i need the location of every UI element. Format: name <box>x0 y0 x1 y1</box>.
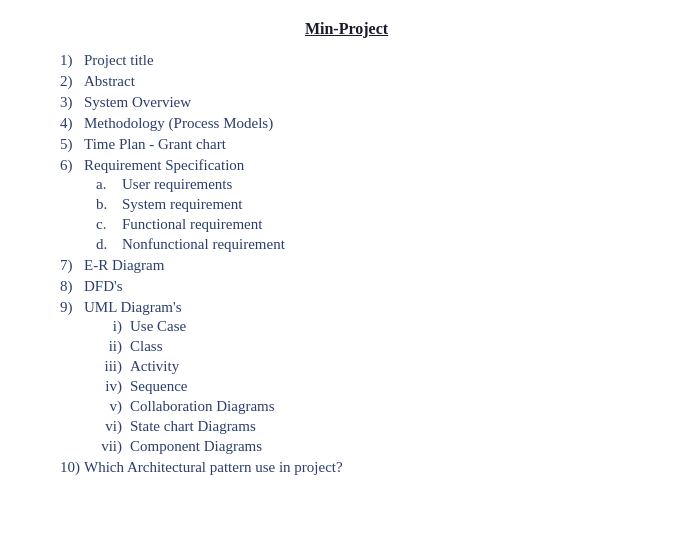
item-number: 2) <box>60 73 84 90</box>
item-text: UML Diagram's <box>84 299 182 315</box>
sub-list-roman: i)Use Caseii)Classiii)Activityiv)Sequenc… <box>60 318 653 455</box>
list-item: 1)Project title <box>60 52 653 69</box>
sub-item-text: Class <box>130 338 163 354</box>
item-text: System Overview <box>84 94 191 110</box>
item-text: Which Architectural pattern use in proje… <box>84 459 343 475</box>
roman-label: i) <box>90 318 122 335</box>
sub-list-item: i)Use Case <box>90 318 653 335</box>
list-item: 6)Requirement Specificationa.User requir… <box>60 157 653 253</box>
list-item: 3)System Overview <box>60 94 653 111</box>
list-item: 7)E-R Diagram <box>60 257 653 274</box>
alpha-label: c. <box>96 216 116 233</box>
item-number: 9) <box>60 299 84 316</box>
sub-item-text: System requirement <box>122 196 242 212</box>
roman-label: iii) <box>90 358 122 375</box>
sub-item-text: Collaboration Diagrams <box>130 398 275 414</box>
sub-list-item: d.Nonfunctional requirement <box>96 236 653 253</box>
sub-list-item: iv)Sequence <box>90 378 653 395</box>
item-text: E-R Diagram <box>84 257 164 273</box>
sub-item-text: Component Diagrams <box>130 438 262 454</box>
sub-item-text: Nonfunctional requirement <box>122 236 285 252</box>
item-number: 10) <box>60 459 84 476</box>
alpha-label: d. <box>96 236 116 253</box>
roman-label: iv) <box>90 378 122 395</box>
sub-item-text: Sequence <box>130 378 187 394</box>
item-text: Time Plan - Grant chart <box>84 136 226 152</box>
sub-list-alpha: a.User requirementsb.System requirementc… <box>60 176 653 253</box>
item-number: 7) <box>60 257 84 274</box>
roman-label: vi) <box>90 418 122 435</box>
item-text: Project title <box>84 52 154 68</box>
sub-item-text: User requirements <box>122 176 232 192</box>
item-text: Requirement Specification <box>84 157 244 173</box>
roman-label: vii) <box>90 438 122 455</box>
page-title: Min-Project <box>40 20 653 38</box>
list-item: 4)Methodology (Process Models) <box>60 115 653 132</box>
sub-item-text: Use Case <box>130 318 186 334</box>
item-text: Methodology (Process Models) <box>84 115 273 131</box>
sub-list-item: a.User requirements <box>96 176 653 193</box>
sub-list-item: vii)Component Diagrams <box>90 438 653 455</box>
item-text: DFD's <box>84 278 123 294</box>
list-item: 5)Time Plan - Grant chart <box>60 136 653 153</box>
sub-list-item: v)Collaboration Diagrams <box>90 398 653 415</box>
item-number: 4) <box>60 115 84 132</box>
list-item: 10)Which Architectural pattern use in pr… <box>60 459 653 476</box>
item-text: Abstract <box>84 73 135 89</box>
list-item: 2)Abstract <box>60 73 653 90</box>
alpha-label: a. <box>96 176 116 193</box>
roman-label: v) <box>90 398 122 415</box>
list-item: 9)UML Diagram'si)Use Caseii)Classiii)Act… <box>60 299 653 455</box>
roman-label: ii) <box>90 338 122 355</box>
sub-item-text: Functional requirement <box>122 216 262 232</box>
item-number: 3) <box>60 94 84 111</box>
item-number: 6) <box>60 157 84 174</box>
sub-list-item: ii)Class <box>90 338 653 355</box>
sub-item-text: Activity <box>130 358 179 374</box>
sub-item-text: State chart Diagrams <box>130 418 256 434</box>
item-number: 1) <box>60 52 84 69</box>
main-list: 1)Project title2)Abstract3)System Overvi… <box>40 52 653 476</box>
list-item: 8)DFD's <box>60 278 653 295</box>
sub-list-item: iii)Activity <box>90 358 653 375</box>
item-number: 8) <box>60 278 84 295</box>
sub-list-item: b.System requirement <box>96 196 653 213</box>
sub-list-item: c.Functional requirement <box>96 216 653 233</box>
alpha-label: b. <box>96 196 116 213</box>
item-number: 5) <box>60 136 84 153</box>
sub-list-item: vi)State chart Diagrams <box>90 418 653 435</box>
